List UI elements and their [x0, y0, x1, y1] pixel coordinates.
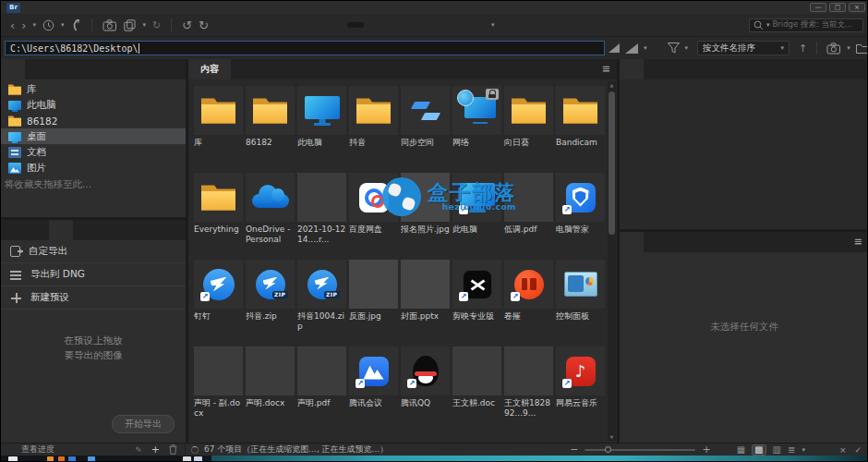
file-item[interactable]: 向日葵: [504, 86, 553, 165]
workspace-tab[interactable]: [419, 22, 436, 28]
file-item[interactable]: 86182: [246, 86, 295, 165]
file-item[interactable]: 抖音.zip: [246, 260, 295, 339]
panel-tab[interactable]: [620, 59, 644, 79]
search-scope-icon[interactable]: ▾: [766, 21, 770, 29]
file-item[interactable]: 剪映专业版: [452, 260, 501, 339]
copy-dropdown-icon[interactable]: ▾: [142, 21, 146, 29]
nav-dropdown-icon[interactable]: ▾: [32, 21, 36, 29]
file-item[interactable]: 腾讯QQ: [401, 346, 450, 426]
reject-icon[interactable]: ×: [839, 445, 847, 455]
file-item[interactable]: 此电脑: [452, 173, 501, 252]
view-dropdown-icon[interactable]: ▾: [802, 446, 805, 454]
move-copy-icon[interactable]: [124, 19, 136, 31]
boomerang-icon[interactable]: [70, 18, 81, 31]
favorites-item[interactable]: 此电脑: [1, 97, 186, 113]
file-item[interactable]: 封面.pptx: [401, 260, 450, 339]
file-item[interactable]: 声明 - 副.docx: [194, 346, 243, 426]
scroll-up-icon[interactable]: ▲: [608, 81, 616, 89]
recent-clock-icon[interactable]: [42, 19, 54, 31]
file-item[interactable]: 腾讯会议: [349, 346, 398, 426]
favorites-item[interactable]: 桌面: [1, 128, 186, 144]
panel-tab[interactable]: [49, 220, 73, 240]
thumbnail-size-slider[interactable]: [585, 449, 695, 451]
scroll-down-icon[interactable]: ▼: [608, 433, 616, 441]
recent-dropdown-icon[interactable]: ▾: [61, 21, 65, 29]
undo-icon[interactable]: ↺: [182, 20, 192, 30]
file-item[interactable]: 库: [194, 86, 243, 165]
slider-thumb[interactable]: [605, 446, 611, 453]
import-camera-icon[interactable]: [826, 43, 841, 55]
favorites-item[interactable]: 文档: [1, 144, 186, 160]
sort-select[interactable]: 按文件名排序 ▾: [697, 41, 790, 55]
export-action[interactable]: 新建预设: [1, 286, 186, 310]
maximize-button[interactable]: □: [829, 3, 846, 12]
view-progress-label[interactable]: 查看进度: [21, 444, 54, 456]
detail-view-icon[interactable]: ▥: [773, 445, 781, 455]
filter-dropdown-icon[interactable]: ▾: [685, 44, 689, 52]
minimize-button[interactable]: —: [810, 3, 826, 12]
panel-menu-icon[interactable]: ≡: [602, 59, 617, 79]
panel-tab[interactable]: [1, 59, 25, 79]
file-item[interactable]: 低调.pdf: [504, 173, 553, 252]
export-action[interactable]: 自定导出: [1, 240, 186, 263]
filter-funnel-icon[interactable]: [668, 43, 680, 54]
redo-icon[interactable]: ↻: [199, 20, 209, 30]
file-item[interactable]: 卷摧: [504, 260, 553, 339]
panel-tab[interactable]: [25, 59, 49, 79]
file-item[interactable]: 钉钉: [194, 260, 243, 339]
grid-view-icon[interactable]: ▦: [737, 445, 745, 455]
favorites-item[interactable]: 图片: [1, 160, 186, 176]
content-tab[interactable]: 内容: [188, 59, 231, 79]
list-view-icon[interactable]: ≣: [788, 445, 795, 455]
file-item[interactable]: 控制面板: [556, 260, 605, 339]
panel-tab[interactable]: [1, 220, 25, 240]
file-item[interactable]: OneDrive - Personal: [246, 173, 295, 252]
workspace-tab[interactable]: [371, 22, 388, 28]
edit-pencil-icon[interactable]: ✎: [135, 445, 142, 455]
file-item[interactable]: 王文耕.doc: [452, 346, 501, 426]
workspace-tab[interactable]: [395, 22, 412, 28]
panel-tab[interactable]: [644, 232, 668, 252]
file-item[interactable]: 声明.docx: [246, 346, 295, 426]
file-item[interactable]: 百度网盘: [349, 173, 398, 252]
panel-menu-icon[interactable]: ≡: [854, 232, 868, 252]
file-item[interactable]: 声明.pdf: [297, 346, 346, 426]
panel-tab[interactable]: [644, 59, 668, 79]
file-item[interactable]: Bandicam: [556, 86, 605, 165]
file-item[interactable]: 同步空间: [401, 86, 450, 165]
file-item[interactable]: 网易云音乐: [556, 346, 605, 426]
close-button[interactable]: ×: [849, 3, 865, 12]
add-preset-icon[interactable]: +: [151, 444, 160, 456]
favorites-item[interactable]: 库: [1, 81, 186, 97]
rating-ramp-large-icon[interactable]: [625, 43, 638, 54]
sync-icon[interactable]: ↻: [152, 20, 161, 30]
start-export-button[interactable]: 开始导出: [112, 415, 175, 433]
file-item[interactable]: 此电脑: [297, 86, 346, 165]
file-item[interactable]: Everything: [194, 173, 243, 252]
sort-ascending-icon[interactable]: ↑: [799, 43, 807, 54]
favorites-item[interactable]: 86182: [1, 113, 186, 128]
import-dropdown-icon[interactable]: ▾: [847, 44, 850, 52]
zoom-out-icon[interactable]: −: [570, 444, 578, 456]
workspace-tab[interactable]: [443, 22, 460, 28]
thumbnail-view-active[interactable]: ▩: [752, 444, 766, 456]
file-item[interactable]: 抖音1004.zip: [297, 260, 346, 339]
file-item[interactable]: 2021-10-12 14....r...: [297, 173, 346, 252]
file-item[interactable]: 报名照片.jpg: [401, 173, 450, 252]
approve-icon[interactable]: ✓: [854, 445, 862, 455]
file-item[interactable]: 抖音: [349, 86, 398, 165]
content-scrollbar[interactable]: ▲ ▼: [608, 81, 616, 441]
file-item[interactable]: 王文耕182892...9...: [504, 346, 553, 426]
panel-tab[interactable]: [620, 232, 644, 252]
workspace-tab[interactable]: [467, 22, 484, 28]
search-input[interactable]: ▾ Bridge 搜索: 当前文...: [749, 18, 863, 32]
panel-tab[interactable]: [73, 220, 97, 240]
workspace-tab[interactable]: [347, 22, 364, 28]
export-action[interactable]: 导出到 DNG: [1, 263, 186, 286]
new-folder-icon[interactable]: [856, 43, 868, 54]
forward-icon[interactable]: ›: [21, 20, 26, 30]
panel-tab[interactable]: [25, 220, 49, 240]
back-icon[interactable]: ‹: [10, 20, 15, 30]
delete-preset-trash-icon[interactable]: [169, 444, 177, 455]
rating-ramp-icon[interactable]: [609, 43, 620, 53]
